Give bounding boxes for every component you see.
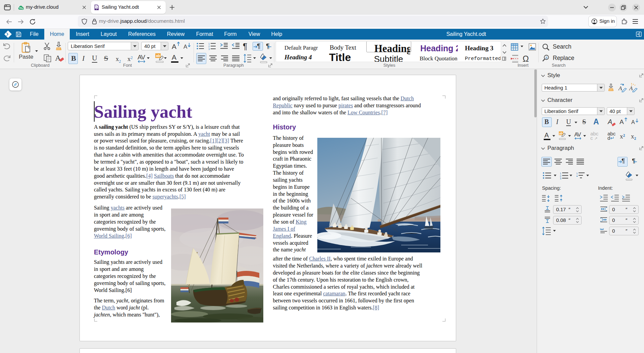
svg-text:A: A [629,85,633,92]
svg-text:ab: ab [559,132,563,135]
svg-text:1: 1 [576,172,578,175]
svg-text:3: 3 [560,177,561,179]
svg-text:A: A [618,85,622,92]
